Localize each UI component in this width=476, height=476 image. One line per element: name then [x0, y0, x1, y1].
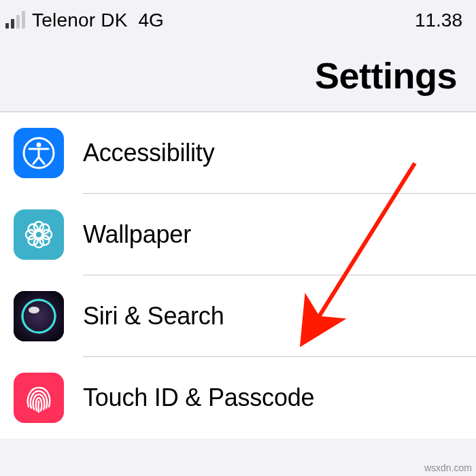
page-title: Settings [0, 54, 476, 97]
settings-row-accessibility[interactable]: Accessibility [0, 112, 476, 194]
settings-row-touch-id[interactable]: Touch ID & Passcode [0, 357, 476, 439]
svg-point-10 [40, 236, 50, 245]
siri-icon [14, 291, 64, 341]
svg-point-9 [29, 236, 38, 245]
watermark-label: wsxdn.com [424, 462, 472, 473]
signal-strength-icon [5, 12, 25, 29]
clock-label: 11.38 [415, 10, 462, 31]
wallpaper-icon [14, 209, 64, 260]
settings-row-label: Wallpaper [83, 220, 191, 249]
accessibility-icon [14, 128, 64, 178]
settings-row-siri-search[interactable]: Siri & Search [0, 275, 476, 357]
network-type-label: 4G [139, 10, 164, 31]
fingerprint-icon [14, 373, 64, 423]
svg-rect-11 [14, 291, 64, 341]
status-bar: Telenor DK 4G 11.38 [0, 0, 476, 34]
settings-row-label: Accessibility [83, 139, 214, 167]
settings-row-wallpaper[interactable]: Wallpaper [0, 194, 476, 275]
carrier-label: Telenor DK [32, 10, 128, 31]
settings-row-label: Touch ID & Passcode [83, 384, 314, 412]
svg-point-1 [37, 143, 41, 148]
settings-list: Accessibility Wallpaper [0, 112, 476, 439]
settings-row-label: Siri & Search [83, 302, 224, 330]
page-header: Settings [0, 34, 476, 112]
svg-point-8 [40, 224, 50, 234]
svg-point-15 [29, 307, 39, 313]
svg-point-7 [29, 224, 38, 234]
